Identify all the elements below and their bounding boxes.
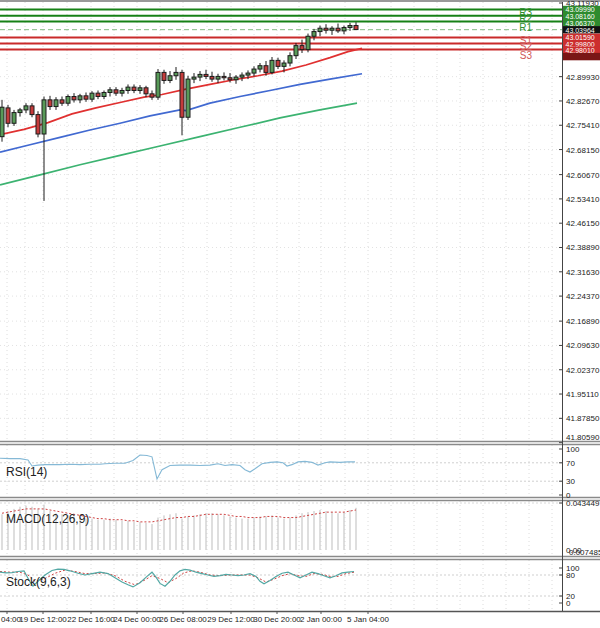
pivot-labels-layer: R3R2R1S1S2S3: [519, 7, 532, 61]
svg-text:42.60670: 42.60670: [566, 171, 600, 180]
svg-text:5 Jan 04:00: 5 Jan 04:00: [347, 615, 389, 624]
svg-text:42.53410: 42.53410: [566, 195, 600, 204]
price-badge-layer: 43.0999043.0816043.0637043.0396443.01590…: [563, 6, 600, 61]
svg-text:42.16890: 42.16890: [566, 317, 600, 326]
time-axis-layer: 04:0019 Dec 12:0022 Dec 16:0024 Dec 00:0…: [1, 611, 389, 624]
svg-text:80: 80: [566, 571, 575, 580]
svg-text:S3: S3: [520, 50, 533, 61]
svg-text:42.38890: 42.38890: [566, 243, 600, 252]
frame-layer: [0, 1, 600, 612]
svg-text:2 Jan 00:00: 2 Jan 00:00: [300, 615, 342, 624]
svg-text:30: 30: [566, 477, 575, 486]
svg-text:42.24370: 42.24370: [566, 292, 600, 301]
rsi-panel-layer: 10070300: [0, 445, 580, 500]
svg-text:42.89930: 42.89930: [566, 73, 600, 82]
macd-panel-layer: 0.0434490.000.007485: [0, 499, 600, 557]
svg-text:42.46150: 42.46150: [566, 219, 600, 228]
svg-text:R1: R1: [519, 22, 532, 33]
svg-text:0.007485: 0.007485: [569, 548, 600, 557]
svg-text:100: 100: [566, 445, 580, 454]
svg-text:22 Dec 16:00: 22 Dec 16:00: [67, 615, 115, 624]
svg-text:42.09630: 42.09630: [566, 341, 600, 350]
svg-text:26 Dec 08:00: 26 Dec 08:00: [159, 615, 207, 624]
svg-text:41.87850: 41.87850: [566, 414, 600, 423]
macd-indicator-label: MACD(12,26,9): [6, 512, 89, 526]
svg-text:70: 70: [566, 459, 575, 468]
svg-text:30 Dec 20:00: 30 Dec 20:00: [253, 615, 301, 624]
svg-text:43.03964: 43.03964: [566, 27, 595, 34]
stoch-panel-layer: 10080200: [0, 564, 580, 608]
price-axis-layer: 43.1193042.8993042.8267042.7541042.68150…: [559, 0, 600, 443]
svg-text:0.043449: 0.043449: [566, 499, 600, 508]
svg-text:19 Dec 12:00: 19 Dec 12:00: [19, 615, 67, 624]
stoch-indicator-label: Stock(9,6,3): [6, 575, 71, 589]
svg-text:41.80590: 41.80590: [566, 433, 600, 442]
svg-text:42.68150: 42.68150: [566, 146, 600, 155]
svg-text:42.02370: 42.02370: [566, 366, 600, 375]
chart-canvas[interactable]: R3R2R1S1S2S343.1193042.8993042.8267042.7…: [0, 0, 600, 628]
svg-text:41.95110: 41.95110: [566, 390, 599, 399]
trading-chart-window: R3R2R1S1S2S343.1193042.8993042.8267042.7…: [0, 0, 600, 628]
rsi-indicator-label: RSI(14): [6, 465, 47, 479]
svg-text:42.75410: 42.75410: [566, 121, 600, 130]
svg-text:42.31630: 42.31630: [566, 268, 600, 277]
svg-text:42.82670: 42.82670: [566, 97, 600, 106]
svg-text:24 Dec 00:00: 24 Dec 00:00: [113, 615, 161, 624]
pivot-lines-layer: [0, 10, 562, 50]
svg-text:0: 0: [566, 599, 571, 608]
svg-text:29 Dec 12:00: 29 Dec 12:00: [207, 615, 255, 624]
